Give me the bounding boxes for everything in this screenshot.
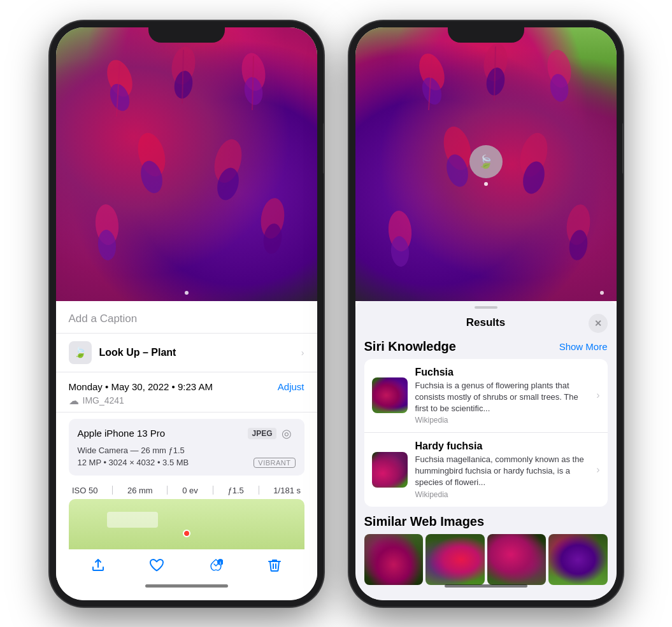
lookup-row[interactable]: 🍃 Look Up – Plant › xyxy=(56,334,317,372)
sheet-title: Results xyxy=(466,316,505,329)
device-info-card: Apple iPhone 13 Pro JPEG ◎ Wide Camera —… xyxy=(69,419,304,476)
similar-image-3[interactable] xyxy=(487,534,547,585)
device-name: Apple iPhone 13 Pro xyxy=(78,428,166,439)
filename-row: ☁ IMG_4241 xyxy=(69,395,304,407)
flower-image-left xyxy=(56,27,317,301)
close-button[interactable]: ✕ xyxy=(589,314,608,333)
visual-lookup-leaf-icon: 🍃 xyxy=(478,154,494,169)
results-sheet: Results ✕ Siri Knowledge Show More Fuc xyxy=(355,301,617,600)
fuchsia-name: Fuchsia xyxy=(415,367,587,378)
similar-image-1[interactable] xyxy=(364,534,424,585)
siri-knowledge-title: Siri Knowledge xyxy=(364,339,456,354)
hardy-fuchsia-desc: Fuchsia magellanica, commonly known as t… xyxy=(415,454,587,489)
show-more-button[interactable]: Show More xyxy=(559,341,608,352)
shutter-speed: 1/181 s xyxy=(273,486,301,495)
lookup-bold: Look Up – xyxy=(99,347,148,358)
knowledge-info-fuchsia: Fuchsia Fuchsia is a genus of flowering … xyxy=(415,367,587,425)
home-indicator-right xyxy=(445,584,527,588)
right-phone: 🍃 Results ✕ Siri Knowledge Show More xyxy=(349,21,623,607)
exif-divider-4 xyxy=(259,486,259,495)
lookup-text: Look Up – Plant xyxy=(99,347,176,358)
toolbar-left: i xyxy=(56,549,317,581)
delete-button[interactable] xyxy=(262,553,287,578)
sheet-content: Siri Knowledge Show More Fuchsia Fuchsia… xyxy=(355,334,617,600)
left-phone: Add a Caption 🍃 Look Up – Plant › Monday… xyxy=(50,21,324,607)
hardy-fuchsia-chevron-icon: › xyxy=(596,464,599,476)
fuchsia-chevron-icon: › xyxy=(596,390,599,401)
cloud-icon: ☁ xyxy=(69,395,79,407)
photo-area-left[interactable] xyxy=(56,27,317,301)
knowledge-card: Fuchsia Fuchsia is a genus of flowering … xyxy=(364,359,608,507)
device-header: Apple iPhone 13 Pro JPEG ◎ xyxy=(78,426,296,440)
knowledge-info-hardy-fuchsia: Hardy fuchsia Fuchsia magellanica, commo… xyxy=(415,440,587,499)
caption-area[interactable]: Add a Caption xyxy=(56,301,317,334)
aperture-value: ƒ1.5 xyxy=(227,486,243,495)
knowledge-item-hardy-fuchsia[interactable]: Hardy fuchsia Fuchsia magellanica, commo… xyxy=(364,433,608,507)
jpeg-badge: JPEG xyxy=(248,428,276,439)
photo-page-indicator-right xyxy=(600,291,604,295)
adjust-button[interactable]: Adjust xyxy=(278,381,304,392)
exif-divider-1 xyxy=(112,486,113,495)
home-indicator-left xyxy=(145,584,228,588)
lookup-plain: Plant xyxy=(148,347,176,358)
similar-image-2[interactable] xyxy=(425,534,485,585)
camera-specs: Wide Camera — 26 mm ƒ1.5 xyxy=(78,446,296,455)
siri-knowledge-header: Siri Knowledge Show More xyxy=(364,339,608,354)
knowledge-item-fuchsia[interactable]: Fuchsia Fuchsia is a genus of flowering … xyxy=(364,359,608,433)
ev-value: 0 ev xyxy=(182,486,198,495)
photo-page-indicator-left xyxy=(185,291,189,295)
iso-value: ISO 50 xyxy=(72,486,97,495)
exif-divider-3 xyxy=(213,486,213,495)
knowledge-thumb-fuchsia xyxy=(372,377,408,413)
map-thumbnail[interactable] xyxy=(69,499,304,556)
image-specs-row: 12 MP • 3024 × 4032 • 3.5 MB VIBRANT xyxy=(78,458,296,468)
vibrant-badge: VIBRANT xyxy=(254,458,295,468)
meta-date-row: Monday • May 30, 2022 • 9:23 AM Adjust xyxy=(69,381,304,392)
image-resolution: 12 MP • 3024 × 4032 • 3.5 MB xyxy=(78,458,189,467)
exif-row: ISO 50 26 mm 0 ev ƒ1.5 1/181 s xyxy=(56,482,317,499)
leaf-symbol: 🍃 xyxy=(74,346,87,358)
device-icons: JPEG ◎ xyxy=(248,426,295,440)
similar-images-row xyxy=(364,534,608,585)
visual-lookup-button[interactable]: 🍃 xyxy=(469,145,503,178)
metadata-row: Monday • May 30, 2022 • 9:23 AM Adjust ☁… xyxy=(56,372,317,412)
favorite-button[interactable] xyxy=(144,553,169,578)
close-icon: ✕ xyxy=(594,318,602,328)
focal-length: 26 mm xyxy=(127,486,153,495)
similar-title: Similar Web Images xyxy=(364,514,608,529)
photo-area-right[interactable]: 🍃 xyxy=(355,27,617,301)
hardy-fuchsia-name: Hardy fuchsia xyxy=(415,440,587,452)
lookup-icon: 🍃 xyxy=(69,341,92,364)
photo-date: Monday • May 30, 2022 • 9:23 AM xyxy=(69,381,213,392)
info-button[interactable]: i xyxy=(203,553,229,578)
location-icon: ◎ xyxy=(282,426,296,440)
exif-divider-2 xyxy=(167,486,168,495)
map-pin xyxy=(183,530,190,537)
caption-placeholder: Add a Caption xyxy=(69,313,138,325)
hardy-fuchsia-source: Wikipedia xyxy=(415,490,587,499)
svg-text:i: i xyxy=(220,560,221,565)
filename: IMG_4241 xyxy=(83,395,124,405)
lookup-chevron-icon: › xyxy=(301,348,304,358)
share-button[interactable] xyxy=(85,553,111,578)
right-screen: 🍃 Results ✕ Siri Knowledge Show More xyxy=(355,27,617,600)
visual-lookup-dot xyxy=(484,182,488,186)
fuchsia-source: Wikipedia xyxy=(415,416,587,425)
knowledge-thumb-hardy-fuchsia xyxy=(372,452,408,488)
similar-image-4[interactable] xyxy=(548,534,608,585)
similar-section: Similar Web Images xyxy=(364,514,608,585)
fuchsia-desc: Fuchsia is a genus of flowering plants t… xyxy=(415,380,587,415)
sheet-header: Results ✕ xyxy=(355,309,617,334)
left-screen: Add a Caption 🍃 Look Up – Plant › Monday… xyxy=(56,27,317,600)
